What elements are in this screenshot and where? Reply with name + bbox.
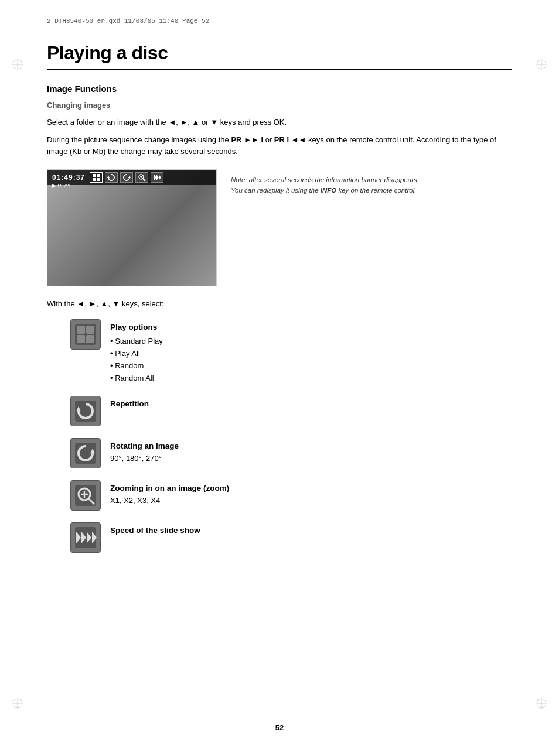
svg-rect-14 — [93, 178, 96, 181]
page-title: Playing a disc — [47, 42, 512, 64]
svg-rect-28 — [77, 335, 85, 343]
title-rule — [47, 69, 512, 70]
svg-rect-26 — [77, 326, 85, 334]
changing-images-heading: Changing images — [47, 101, 512, 110]
options-section: Play options Standard Play Play All Rand… — [70, 319, 512, 553]
osd-bar: 01:49:37 — [47, 170, 216, 185]
keys-intro: With the ◄, ►, ▲, ▼ keys, select: — [47, 298, 512, 310]
reg-mark-tr — [536, 59, 547, 70]
reg-mark-tl — [12, 59, 23, 70]
svg-rect-13 — [97, 174, 100, 177]
reg-mark-bl — [12, 697, 23, 709]
osd-zoom-icon — [135, 172, 148, 183]
play-options-icon — [70, 319, 101, 350]
slideshow-row: Speed of the slide show — [70, 522, 512, 553]
page-footer: 52 — [0, 716, 559, 733]
rotation-row: Rotating an image 90°, 180°, 270° — [70, 438, 512, 468]
svg-line-19 — [143, 179, 145, 181]
svg-rect-27 — [86, 326, 94, 334]
svg-rect-29 — [86, 335, 94, 343]
zoom-row: Zooming in on an image (zoom) X1, X2, X3… — [70, 480, 512, 511]
key2: PR I ◄◄ — [274, 135, 306, 144]
image-functions-heading: Image Functions — [47, 84, 512, 94]
list-item: Standard Play — [110, 336, 163, 348]
slideshow-label: Speed of the slide show — [110, 525, 200, 536]
svg-rect-12 — [93, 174, 96, 177]
play-options-list: Standard Play Play All Random Random All — [110, 336, 163, 384]
slideshow-text: Speed of the slide show — [110, 522, 200, 536]
osd-grid-icon — [90, 172, 103, 183]
para2: During the picture sequence change image… — [47, 134, 512, 158]
zoom-icon — [70, 480, 101, 511]
play-options-heading: Play options — [110, 321, 163, 333]
osd-speed-icon — [151, 172, 163, 183]
osd-icons — [90, 172, 163, 183]
osd-cycle-icon — [120, 172, 133, 183]
svg-marker-17 — [128, 176, 131, 178]
svg-marker-22 — [154, 175, 156, 180]
osd-play-label: ▶ PLAY — [52, 183, 71, 189]
page-number: 52 — [275, 723, 284, 732]
play-options-text: Play options Standard Play Play All Rand… — [110, 319, 163, 384]
play-options-row: Play options Standard Play Play All Rand… — [70, 319, 512, 384]
lion-image — [47, 170, 216, 286]
osd-time: 01:49:37 — [52, 173, 85, 182]
rotation-label: Rotating an image — [110, 440, 179, 452]
note-text: Note: after several seconds the informat… — [231, 169, 430, 196]
zoom-text: Zooming in on an image (zoom) X1, X2, X3… — [110, 480, 229, 506]
repetition-label: Repetition — [110, 398, 149, 410]
list-item: Random All — [110, 372, 163, 385]
rotation-sub: 90°, 180°, 270° — [110, 453, 179, 464]
list-item: Random — [110, 360, 163, 372]
svg-marker-24 — [159, 175, 161, 180]
svg-rect-15 — [97, 178, 100, 181]
tv-screenshot: 01:49:37 — [47, 169, 217, 286]
svg-marker-23 — [156, 175, 159, 180]
image-area: 01:49:37 — [47, 169, 512, 286]
osd-sync-icon — [105, 172, 118, 183]
svg-marker-16 — [107, 176, 110, 178]
para1: Select a folder or an image with the ◄, … — [47, 117, 512, 128]
key1: PR ►► I — [231, 135, 263, 144]
file-header: 2_DTH8540-50_en.qxd 11/08/05 11:40 Page … — [47, 18, 512, 25]
rotation-text: Rotating an image 90°, 180°, 270° — [110, 438, 179, 464]
repetition-text: Repetition — [110, 396, 149, 410]
list-item: Play All — [110, 348, 163, 360]
page: 2_DTH8540-50_en.qxd 11/08/05 11:40 Page … — [0, 0, 559, 756]
repetition-icon — [70, 396, 101, 426]
slideshow-icon — [70, 522, 101, 553]
zoom-sub: X1, X2, X3, X4 — [110, 495, 229, 507]
zoom-label: Zooming in on an image (zoom) — [110, 483, 229, 494]
footer-rule — [47, 716, 512, 716]
rotation-icon — [70, 438, 101, 468]
reg-mark-br — [536, 697, 547, 709]
repetition-row: Repetition — [70, 396, 512, 426]
